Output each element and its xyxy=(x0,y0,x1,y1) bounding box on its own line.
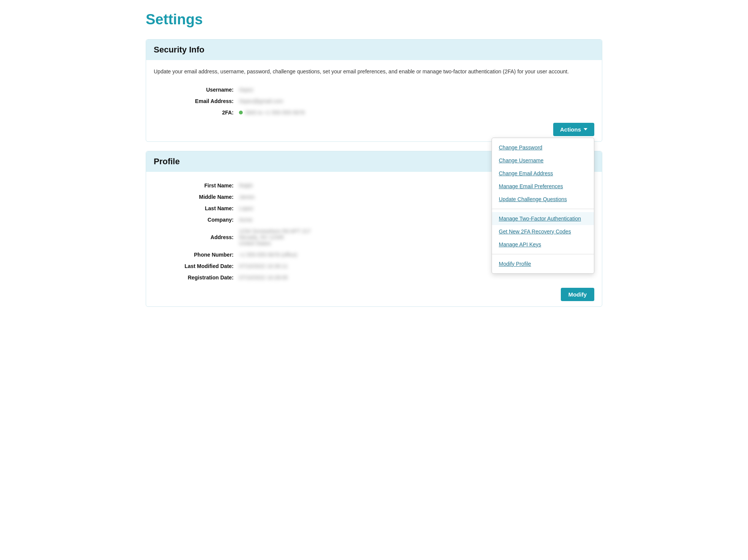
company-value: Acme xyxy=(239,217,253,223)
dropdown-2fa-recovery[interactable]: Get New 2FA Recovery Codes xyxy=(492,225,594,238)
dropdown-section-2: Manage Two-Factor Authentication Get New… xyxy=(492,209,594,254)
dropdown-section-1: Change Password Change Username Change E… xyxy=(492,138,594,209)
security-info-header: Security Info xyxy=(146,40,602,60)
address-value: 1234 Somewhere Rd APT 217Nevada, NV 1234… xyxy=(239,228,311,246)
email-label: Email Address: xyxy=(154,96,238,106)
security-info-title: Security Info xyxy=(154,45,204,54)
actions-button[interactable]: Actions xyxy=(553,123,594,136)
dropdown-section-3: Modify Profile xyxy=(492,254,594,273)
username-label: Username: xyxy=(154,84,238,95)
modify-button[interactable]: Modify xyxy=(561,288,594,301)
security-info-body: Update your email address, username, pas… xyxy=(146,60,602,141)
last-modified-value: 07/10/2022 10:30:11 xyxy=(239,263,288,269)
username-value: rlopez xyxy=(239,87,253,93)
security-info-card: Security Info Update your email address,… xyxy=(146,39,602,142)
page-title: Settings xyxy=(146,11,602,28)
registration-date-label: Registration Date: xyxy=(154,272,238,283)
dropdown-manage-2fa[interactable]: Manage Two-Factor Authentication xyxy=(492,212,594,225)
chevron-down-icon xyxy=(584,128,587,130)
security-card-footer: Actions Change Password Change Username … xyxy=(553,123,594,136)
dropdown-change-username[interactable]: Change Username xyxy=(492,154,594,167)
address-label: Address: xyxy=(154,226,238,249)
tfa-label: 2FA: xyxy=(154,107,238,118)
last-modified-label: Last Modified Date: xyxy=(154,261,238,271)
actions-wrapper: Actions Change Password Change Username … xyxy=(553,123,594,136)
registration-date-value: 07/10/2022 10:28:05 xyxy=(239,274,288,281)
actions-dropdown-menu: Change Password Change Username Change E… xyxy=(492,138,594,274)
table-row: Username: rlopez xyxy=(154,84,594,95)
company-label: Company: xyxy=(154,214,238,225)
dropdown-change-email[interactable]: Change Email Address xyxy=(492,167,594,180)
dropdown-modify-profile[interactable]: Modify Profile xyxy=(492,257,594,270)
firstname-label: First Name: xyxy=(154,180,238,191)
table-row: Email Address: rlopez@gmail.com xyxy=(154,96,594,106)
lastname-label: Last Name: xyxy=(154,203,238,214)
phone-value: +1 555-555-5678 (office) xyxy=(239,252,297,258)
tfa-active-dot xyxy=(239,111,243,114)
dropdown-manage-api-keys[interactable]: Manage API Keys xyxy=(492,238,594,251)
middlename-value: James xyxy=(239,194,255,200)
firstname-value: Ralph xyxy=(239,182,253,189)
middlename-label: Middle Name: xyxy=(154,192,238,202)
actions-button-label: Actions xyxy=(560,126,581,133)
page-container: Settings Security Info Update your email… xyxy=(131,0,617,327)
profile-card-footer: Modify xyxy=(561,288,594,301)
phone-label: Phone Number: xyxy=(154,249,238,260)
dropdown-manage-email-prefs[interactable]: Manage Email Preferences xyxy=(492,180,594,193)
table-row: Registration Date: 07/10/2022 10:28:05 xyxy=(154,272,594,283)
tfa-value: SMS to +1 555-555-5678 xyxy=(245,109,305,116)
profile-title: Profile xyxy=(154,157,180,166)
table-row: 2FA: SMS to +1 555-555-5678 xyxy=(154,107,594,118)
email-value: rlopez@gmail.com xyxy=(239,98,283,104)
security-description: Update your email address, username, pas… xyxy=(154,68,594,76)
dropdown-change-password[interactable]: Change Password xyxy=(492,141,594,154)
lastname-value: Lopez xyxy=(239,205,253,211)
tfa-status: SMS to +1 555-555-5678 xyxy=(239,109,594,116)
security-info-table: Username: rlopez Email Address: rlopez@g… xyxy=(154,84,594,119)
dropdown-update-challenge[interactable]: Update Challenge Questions xyxy=(492,193,594,206)
